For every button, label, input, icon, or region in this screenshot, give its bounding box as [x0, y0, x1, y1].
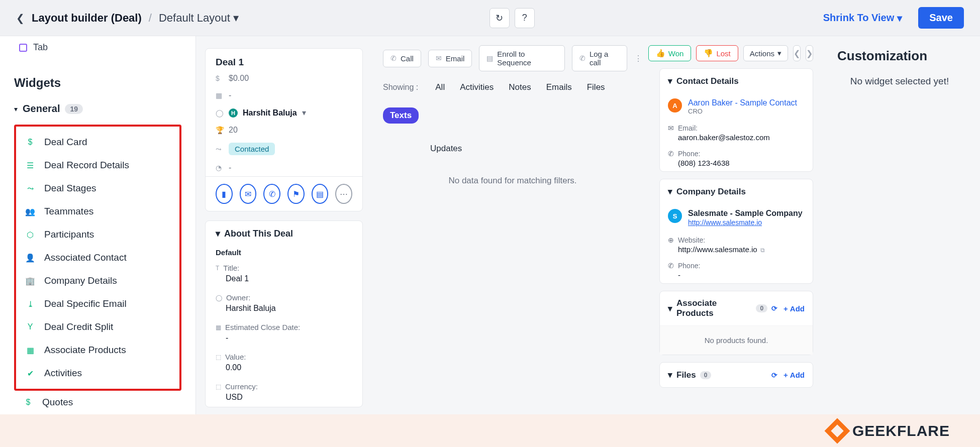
deal-card: Deal 1 $$0.00 ▦- ◯HHarshit Baluja▾ 🏆20 ⤳… [205, 48, 363, 211]
shrink-toggle[interactable]: Shrink To View ▾ [823, 12, 903, 24]
enroll-sequence-button[interactable]: ▤Enroll to Sequence [479, 45, 565, 71]
more-toolbar[interactable]: ⋮ [634, 54, 642, 63]
field-value: ⬚Value:0.00 [206, 348, 362, 377]
deal-age: - [229, 163, 231, 172]
email-action[interactable]: ✉ [240, 184, 257, 204]
add-product-link[interactable]: + Add [783, 304, 805, 313]
widget-company-details[interactable]: 🏢Company Details [16, 269, 179, 292]
help-button[interactable]: ? [515, 8, 535, 28]
associate-products-card: ▾ Associate Products 0 ⟳ + Add No produc… [659, 291, 813, 355]
widget-deal-credit-split[interactable]: YDeal Credit Split [16, 315, 179, 339]
widget-teammates[interactable]: 👥Teammates [16, 200, 179, 223]
widget-label: Associate Products [44, 345, 126, 356]
widget-quotes[interactable]: $Quotes [14, 391, 181, 414]
refresh-button[interactable]: ↻ [489, 8, 510, 28]
deal-owner-row[interactable]: ◯HHarshit Baluja▾ [206, 104, 362, 122]
chevron-down-icon: ▾ [668, 303, 672, 314]
dollar-icon: $ [25, 137, 35, 147]
add-file-link[interactable]: + Add [783, 371, 805, 379]
email-button[interactable]: ✉Email [428, 50, 472, 67]
files-heading[interactable]: ▾ Files 0 ⟳ + Add [660, 363, 813, 387]
widget-participants[interactable]: ⬡Participants [16, 223, 179, 246]
tab-notes[interactable]: Notes [509, 82, 531, 92]
stages-icon: ⤳ [25, 183, 35, 193]
tab-texts[interactable]: Texts [383, 107, 419, 124]
contact-name[interactable]: Aaron Baker - Sample Contact [688, 98, 797, 107]
widget-label: Deal Stages [44, 183, 96, 194]
about-heading[interactable]: ▾About This Deal [206, 221, 362, 246]
note-action[interactable]: ▮ [216, 184, 233, 204]
widget-deal-stages[interactable]: ⤳Deal Stages [16, 177, 179, 200]
chevron-down-icon: ▾ [897, 12, 902, 24]
widget-highlight-box: $Deal Card ☰Deal Record Details ⤳Deal St… [14, 125, 181, 391]
next-record[interactable]: ❯ [806, 45, 813, 61]
won-button[interactable]: 👍Won [648, 45, 692, 61]
prev-record[interactable]: ❮ [793, 45, 801, 61]
participants-icon: ⬡ [25, 230, 35, 240]
widget-associated-contact[interactable]: 👤Associated Contact [16, 246, 179, 269]
details-column: 👍Won 👎Lost Actions▾ ❮ ❯ ▾Contact Details… [653, 36, 819, 414]
tab-all[interactable]: All [435, 82, 445, 92]
field-value[interactable]: Deal 1 [226, 274, 352, 283]
clock-icon: ◔ [216, 164, 224, 172]
lost-button[interactable]: 👎Lost [696, 45, 738, 61]
actions-dropdown[interactable]: Actions▾ [743, 45, 788, 61]
layout-dropdown[interactable]: Default Layout ▾ [159, 12, 239, 25]
field-value-val[interactable]: 0.00 [226, 363, 352, 372]
trophy-icon: 🏆 [216, 126, 224, 134]
field-value[interactable]: - [226, 333, 352, 343]
deal-owner: Harshit Baluja [243, 108, 297, 118]
contact-phone[interactable]: (808) 123-4638 [678, 159, 805, 167]
field-close-date: ▦Estimated Close Date:- [206, 318, 362, 348]
field-value[interactable]: USD [226, 393, 352, 402]
general-group-toggle[interactable]: ▾ General 19 [14, 100, 181, 118]
external-link-icon[interactable]: ⧉ [760, 247, 765, 254]
customization-empty: No widget selected yet! [837, 76, 962, 87]
activity-action[interactable]: ⚑ [287, 184, 305, 204]
contact-details-heading[interactable]: ▾Contact Details [660, 69, 813, 93]
log-call-button[interactable]: ✆Log a call [572, 45, 627, 71]
company-phone[interactable]: - [678, 271, 805, 279]
no-products-msg: No products found. [660, 325, 813, 355]
refresh-icon[interactable]: ⟳ [771, 371, 777, 379]
widget-deal-record-details[interactable]: ☰Deal Record Details [16, 154, 179, 177]
refresh-icon[interactable]: ⟳ [771, 304, 777, 312]
layout-name: Default Layout [159, 12, 230, 25]
field-label: Email: [678, 124, 698, 132]
widget-activities[interactable]: ✔Activities [16, 362, 179, 385]
tab-updates[interactable]: Updates [430, 144, 642, 154]
chevron-down-icon: ▾ [668, 186, 672, 197]
about-section: Default [206, 246, 362, 259]
tab-activities[interactable]: Activities [460, 82, 494, 92]
company-website[interactable]: http://www.salesmate.io⧉ [678, 245, 805, 254]
more-action[interactable]: ⋯ [335, 184, 352, 204]
company-details-card: ▾Company Details S Salesmate - Sample Co… [659, 179, 813, 284]
company-url[interactable]: http://www.salesmate.io [688, 218, 762, 227]
deal-column: Deal 1 $$0.00 ▦- ◯HHarshit Baluja▾ 🏆20 ⤳… [196, 36, 372, 414]
widget-associate-products[interactable]: ▦Associate Products [16, 339, 179, 362]
widget-deal-card[interactable]: $Deal Card [16, 131, 179, 154]
file-action[interactable]: ▤ [312, 184, 329, 204]
layout-type-tab[interactable]: Tab [14, 36, 181, 59]
company-name[interactable]: Salesmate - Sample Company [688, 209, 803, 218]
tab-emails[interactable]: Emails [546, 82, 572, 92]
contact-email[interactable]: aaron.baker@salestoz.com [678, 133, 805, 142]
save-button[interactable]: Save [918, 7, 964, 29]
associate-products-heading[interactable]: ▾ Associate Products 0 ⟳ + Add [660, 291, 813, 325]
call-button[interactable]: ✆Call [383, 50, 421, 67]
field-value[interactable]: Harshit Baluja [226, 304, 352, 313]
tab-files[interactable]: Files [587, 82, 605, 92]
contact-email-field: ✉Email: aaron.baker@salestoz.com [660, 120, 813, 146]
deal-stage-pill[interactable]: Contacted [229, 143, 275, 155]
call-action[interactable]: ✆ [263, 184, 280, 204]
company-avatar: S [668, 209, 682, 223]
about-deal-card: ▾About This Deal Default TTitle:Deal 1 ◯… [205, 220, 363, 407]
widgets-panel: Tab Widgets ▾ General 19 $Deal Card ☰Dea… [0, 36, 196, 414]
company-details-heading[interactable]: ▾Company Details [660, 179, 813, 204]
back-chevron-icon[interactable]: ❮ [16, 12, 25, 24]
general-label: General [23, 103, 60, 115]
widget-deal-specific-email[interactable]: ⤓Deal Specific Email [16, 292, 179, 315]
globe-icon: ⊕ [668, 236, 674, 244]
contact-avatar: A [668, 98, 682, 113]
heading-label: Associate Products [676, 298, 752, 318]
